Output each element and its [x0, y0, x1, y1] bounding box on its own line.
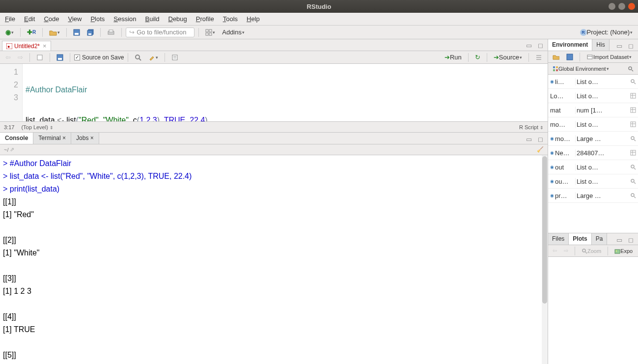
tab-console[interactable]: Console: [0, 133, 33, 144]
svg-text:●: ●: [7, 44, 10, 49]
addins-button[interactable]: Addins▾: [220, 27, 247, 38]
svg-rect-27: [553, 66, 555, 68]
env-row[interactable]: matnum [1…: [548, 103, 638, 117]
import-dataset-button[interactable]: Import Dataset▾: [584, 52, 634, 62]
forward-button[interactable]: ⇨: [15, 52, 26, 63]
min-plots-icon[interactable]: ▭: [614, 234, 625, 245]
svg-rect-8: [209, 29, 212, 32]
tab-files[interactable]: Files: [548, 233, 569, 245]
outline-button[interactable]: [533, 52, 545, 63]
menu-plots[interactable]: Plots: [90, 15, 105, 23]
code-tools-button[interactable]: ▾: [146, 52, 161, 63]
env-row[interactable]: ◉li…List o…: [548, 75, 638, 89]
tab-jobs[interactable]: Jobs ×: [71, 133, 99, 144]
env-row[interactable]: mo…List o…: [548, 117, 638, 132]
rerun-button[interactable]: ↻: [472, 52, 483, 63]
tab-terminal[interactable]: Terminal ×: [33, 133, 71, 144]
maximize-icon[interactable]: [618, 3, 625, 10]
minimize-pane-icon[interactable]: ▭: [524, 40, 534, 51]
menu-edit[interactable]: Edit: [24, 15, 35, 23]
close-tab-icon[interactable]: ×: [43, 42, 47, 50]
grid-button[interactable]: ▾: [203, 27, 218, 38]
min-console-icon[interactable]: ▭: [524, 134, 534, 144]
svg-rect-10: [209, 33, 212, 35]
print-button[interactable]: [105, 27, 117, 38]
tab-environment[interactable]: Environment: [548, 39, 592, 51]
svg-rect-15: [58, 58, 62, 60]
new-file-button[interactable]: ◉▾: [3, 27, 16, 38]
scope-selector[interactable]: (Top Level)⇕: [21, 124, 53, 130]
export-button[interactable]: Expo: [612, 246, 635, 256]
menu-tools[interactable]: Tools: [223, 15, 238, 23]
plot-next-button[interactable]: ⇨: [561, 246, 571, 256]
source-on-save-checkbox[interactable]: ✓Source on Save: [74, 54, 124, 61]
svg-line-34: [634, 83, 636, 84]
env-row[interactable]: ◉ou…List o…: [548, 174, 638, 189]
menu-file[interactable]: File: [5, 15, 15, 23]
find-button[interactable]: [132, 52, 144, 63]
save-button[interactable]: [71, 27, 83, 38]
menu-build[interactable]: Build: [145, 15, 160, 23]
menu-debug[interactable]: Debug: [168, 15, 187, 23]
save-all-button[interactable]: [84, 27, 96, 38]
back-button[interactable]: ⇦: [3, 52, 13, 63]
save-workspace-button[interactable]: [564, 52, 576, 62]
tab-history[interactable]: His: [592, 39, 609, 51]
svg-line-54: [634, 196, 636, 198]
source-tab-untitled2[interactable]: ● Untitled2* ×: [2, 41, 51, 51]
code-content[interactable]: #Author DataFlair list_data <- list("Red…: [23, 64, 548, 121]
max-plots-icon[interactable]: ◻: [626, 234, 636, 245]
env-list[interactable]: ◉li…List o…Lo…List o…matnum [1…mo…List o…: [548, 75, 638, 233]
env-row[interactable]: Lo…List o…: [548, 89, 638, 103]
show-in-new-window-button[interactable]: [34, 52, 46, 63]
tab-plots[interactable]: Plots: [569, 233, 591, 245]
plot-prev-button[interactable]: ⇦: [550, 246, 559, 256]
env-scope-selector[interactable]: Global Environment▾: [550, 63, 611, 74]
code-editor[interactable]: 1 2 3 #Author DataFlair list_data <- lis…: [0, 64, 548, 121]
minimize-icon[interactable]: [609, 3, 615, 10]
source-tabs: ● Untitled2* × ▭ ◻: [0, 39, 548, 51]
console-output[interactable]: > #Author DataFlair> list_data <- list("…: [0, 155, 548, 364]
env-row[interactable]: ◉pr…Large …: [548, 189, 638, 203]
min-env-icon[interactable]: ▭: [614, 40, 625, 51]
svg-rect-30: [556, 69, 558, 71]
menu-help[interactable]: Help: [247, 15, 260, 23]
project-menu[interactable]: R Project: (None)▾: [578, 27, 635, 38]
close-terminal-icon[interactable]: ×: [62, 135, 66, 141]
env-row[interactable]: ◉outList o…: [548, 160, 638, 174]
main-toolbar: ◉▾ ✚R ▾ ↪Go to file/function ▾ Addins▾ R…: [0, 26, 638, 39]
clear-console-icon[interactable]: 🧹: [537, 146, 544, 153]
save-source-button[interactable]: [54, 52, 66, 63]
max-env-icon[interactable]: ◻: [626, 40, 636, 51]
load-workspace-button[interactable]: [550, 52, 562, 62]
run-button[interactable]: ➔ Run: [442, 52, 464, 63]
svg-rect-24: [567, 54, 573, 60]
console-path: ~/⇗ 🧹: [0, 144, 548, 155]
max-console-icon[interactable]: ◻: [535, 134, 546, 144]
tab-packages[interactable]: Pa: [592, 233, 608, 245]
console-scrollbar[interactable]: [542, 155, 548, 364]
source-button[interactable]: ➔ Source▾: [491, 52, 525, 63]
zoom-button[interactable]: Zoom: [579, 246, 604, 256]
compile-report-button[interactable]: [169, 52, 181, 63]
svg-rect-6: [109, 30, 113, 32]
menu-view[interactable]: View: [68, 15, 82, 23]
filetype-selector[interactable]: R Script⇕: [519, 124, 544, 130]
env-row[interactable]: ◉Ne…284807…: [548, 146, 638, 160]
goto-file-input[interactable]: ↪Go to file/function: [126, 28, 194, 37]
env-search-icon[interactable]: [625, 63, 636, 74]
menu-session[interactable]: Session: [113, 15, 136, 23]
new-project-button[interactable]: ✚R: [25, 27, 38, 38]
goto-placeholder: Go to file/function: [137, 28, 186, 36]
window-controls: [609, 3, 635, 10]
open-file-button[interactable]: ▾: [47, 27, 62, 38]
env-row[interactable]: ◉mo…Large …: [548, 132, 638, 146]
svg-rect-18: [172, 55, 177, 60]
svg-rect-13: [37, 55, 42, 60]
close-jobs-icon[interactable]: ×: [90, 135, 94, 141]
close-icon[interactable]: [628, 3, 635, 10]
maximize-pane-icon[interactable]: ◻: [535, 40, 546, 51]
svg-rect-1: [75, 33, 79, 35]
menu-profile[interactable]: Profile: [196, 15, 214, 23]
menu-code[interactable]: Code: [44, 15, 59, 23]
